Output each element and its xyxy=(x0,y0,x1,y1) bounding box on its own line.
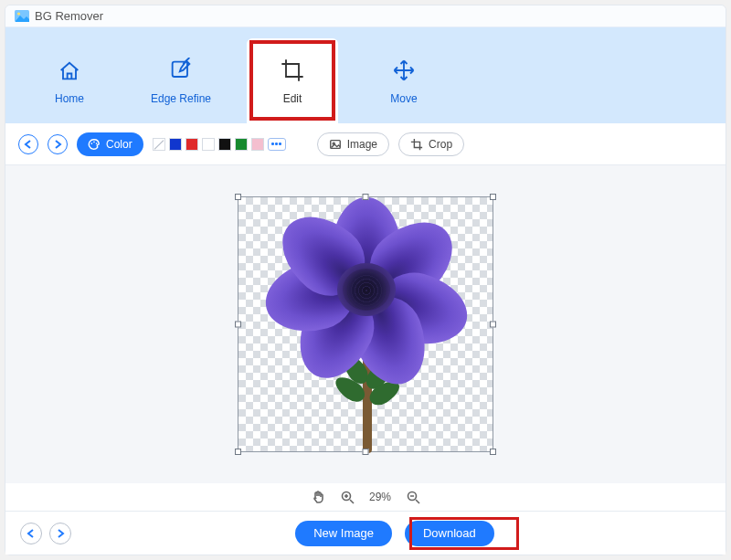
color-mode-button[interactable]: Color xyxy=(77,132,143,156)
crop-button[interactable]: Crop xyxy=(398,132,464,156)
move-arrows-icon xyxy=(391,58,417,83)
edit-crop-icon xyxy=(280,58,305,83)
image-bg-label: Image xyxy=(347,138,377,151)
tab-home[interactable]: Home xyxy=(24,38,115,123)
canvas[interactable] xyxy=(5,165,726,483)
download-button[interactable]: Download xyxy=(405,521,494,546)
resize-handle-br[interactable] xyxy=(490,449,496,455)
new-image-button[interactable]: New Image xyxy=(295,521,392,546)
svg-point-5 xyxy=(96,143,98,144)
svg-point-1 xyxy=(17,12,20,15)
swatch-green[interactable] xyxy=(235,138,248,151)
pan-hand-button[interactable] xyxy=(311,490,325,504)
undo-button[interactable] xyxy=(18,134,38,154)
crop-icon xyxy=(410,138,423,151)
zoom-in-button[interactable] xyxy=(340,490,355,504)
tab-label: Edge Refine xyxy=(151,92,211,105)
color-swatches xyxy=(153,138,286,151)
tab-move[interactable]: Move xyxy=(358,38,450,123)
zoom-value: 29% xyxy=(369,491,391,503)
app-logo-icon xyxy=(15,10,29,22)
image-icon xyxy=(329,138,342,151)
edit-toolbar: Color Image Crop xyxy=(5,123,726,165)
next-image-button[interactable] xyxy=(49,523,71,544)
main-tabs: Home Edge Refine Edit Move xyxy=(5,27,726,123)
palette-icon xyxy=(88,138,101,151)
redo-button[interactable] xyxy=(48,134,68,154)
svg-point-4 xyxy=(93,141,95,143)
resize-handle-l[interactable] xyxy=(235,322,241,328)
artboard[interactable] xyxy=(238,196,493,452)
zoom-bar: 29% xyxy=(5,483,726,511)
swatch-pink[interactable] xyxy=(251,138,264,151)
swatch-black[interactable] xyxy=(218,138,231,151)
image-bg-button[interactable]: Image xyxy=(317,132,389,156)
titlebar: BG Remover xyxy=(5,5,726,27)
new-image-label: New Image xyxy=(313,526,374,540)
crop-label: Crop xyxy=(429,138,452,151)
app-window: BG Remover Home Edge Refine Edit Move Co… xyxy=(5,5,726,555)
download-label: Download xyxy=(423,526,476,540)
resize-handle-t[interactable] xyxy=(363,194,369,200)
zoom-out-button[interactable] xyxy=(406,490,420,504)
color-mode-label: Color xyxy=(106,138,132,151)
tab-label: Edit xyxy=(283,92,302,105)
resize-handle-bl[interactable] xyxy=(235,449,241,455)
edge-refine-icon xyxy=(168,58,194,83)
resize-handle-b[interactable] xyxy=(363,449,369,455)
prev-image-button[interactable] xyxy=(20,523,42,544)
resize-handle-tr[interactable] xyxy=(490,194,496,200)
swatch-blue[interactable] xyxy=(169,138,182,151)
tab-label: Move xyxy=(390,92,417,105)
subject-image xyxy=(238,197,494,453)
more-colors-button[interactable] xyxy=(268,138,286,151)
tab-edit[interactable]: Edit xyxy=(247,38,338,123)
app-title: BG Remover xyxy=(35,9,103,23)
tab-label: Home xyxy=(55,92,84,105)
swatch-red[interactable] xyxy=(185,138,198,151)
swatch-white[interactable] xyxy=(202,138,215,151)
resize-handle-tl[interactable] xyxy=(235,194,241,200)
resize-handle-r[interactable] xyxy=(490,322,496,328)
swatch-none[interactable] xyxy=(153,138,165,151)
home-icon xyxy=(57,58,82,83)
footer: New Image Download xyxy=(5,511,726,555)
tab-edge-refine[interactable]: Edge Refine xyxy=(135,38,227,123)
svg-point-3 xyxy=(91,143,93,144)
